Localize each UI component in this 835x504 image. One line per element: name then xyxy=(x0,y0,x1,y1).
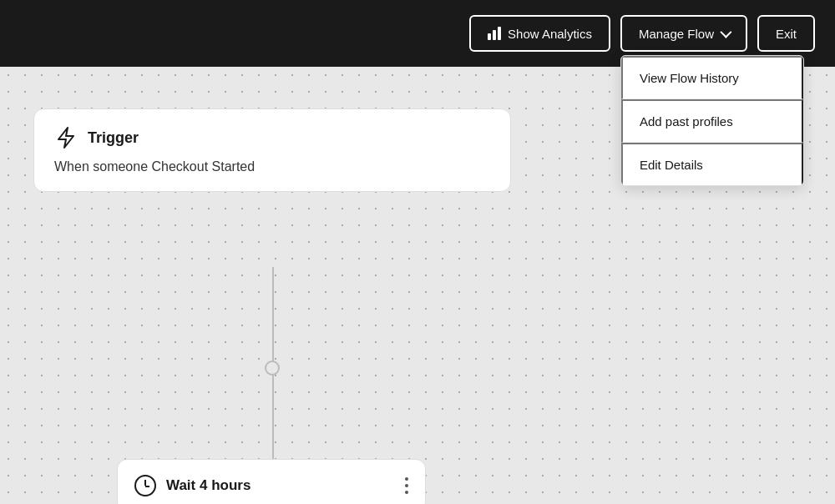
edit-details-item[interactable]: Edit Details xyxy=(621,143,803,185)
manage-flow-label: Manage Flow xyxy=(639,27,714,41)
trigger-description: When someone Checkout Started xyxy=(54,159,490,174)
show-analytics-button[interactable]: Show Analytics xyxy=(469,15,610,52)
wait-node[interactable]: Wait 4 hours xyxy=(117,459,426,504)
trigger-header: Trigger xyxy=(54,126,490,149)
manage-flow-dropdown-container: Manage Flow View Flow History Add past p… xyxy=(620,15,747,52)
exit-button[interactable]: Exit xyxy=(757,15,815,52)
wait-title: Wait 4 hours xyxy=(166,477,250,494)
add-past-profiles-item[interactable]: Add past profiles xyxy=(621,99,803,143)
wait-left: Wait 4 hours xyxy=(134,475,250,496)
exit-label: Exit xyxy=(776,27,797,41)
lightning-icon xyxy=(54,126,78,149)
header: Show Analytics Manage Flow View Flow His… xyxy=(0,0,835,67)
show-analytics-label: Show Analytics xyxy=(508,27,592,41)
connector-dot xyxy=(265,360,280,375)
chevron-down-icon xyxy=(720,27,731,38)
manage-flow-dropdown-menu: View Flow History Add past profiles Edit… xyxy=(620,55,804,186)
trigger-title: Trigger xyxy=(88,129,139,147)
clock-icon xyxy=(134,475,156,496)
view-flow-history-item[interactable]: View Flow History xyxy=(621,56,803,99)
manage-flow-button[interactable]: Manage Flow xyxy=(620,15,747,52)
wait-options-button[interactable] xyxy=(405,477,408,494)
analytics-icon xyxy=(488,27,501,40)
trigger-node[interactable]: Trigger When someone Checkout Started xyxy=(33,108,511,192)
